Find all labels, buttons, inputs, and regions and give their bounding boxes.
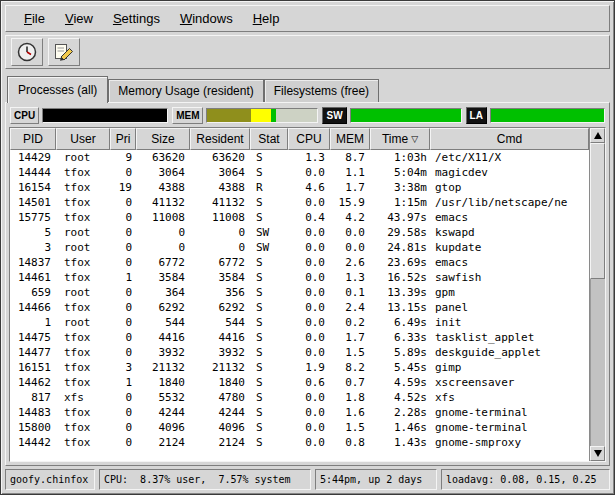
arrow-down-icon	[594, 450, 602, 457]
menu-mnemonic: H	[253, 11, 262, 26]
cell-size: 11008	[136, 210, 190, 225]
cell-pid: 14429	[10, 150, 56, 165]
column-header-cpu[interactable]: CPU	[288, 128, 330, 150]
column-header-user[interactable]: User	[56, 128, 110, 150]
scroll-down-button[interactable]	[590, 446, 605, 461]
meter-segment	[207, 109, 251, 122]
cell-pri: 0	[110, 435, 136, 450]
menu-item-file[interactable]: File	[14, 7, 55, 30]
table-row[interactable]: 14444tfox030643064S0.01.15:04mmagicdev	[10, 165, 589, 180]
column-header-cmd[interactable]: Cmd	[430, 128, 589, 150]
cell-cpu: 0.0	[288, 255, 330, 270]
cell-time: 24.81s	[370, 240, 430, 255]
cell-cmd: gpm	[430, 285, 589, 300]
cell-cpu: 0.0	[288, 165, 330, 180]
cell-cmd: gimp	[430, 360, 589, 375]
menu-item-windows[interactable]: Windows	[170, 7, 243, 30]
cell-mem: 1.3	[330, 270, 370, 285]
cell-resident: 6772	[190, 255, 250, 270]
cell-pid: 14475	[10, 330, 56, 345]
cell-size: 0	[136, 240, 190, 255]
table-row[interactable]: 14483tfox042444244S0.01.62.28sgnome-term…	[10, 405, 589, 420]
table-row[interactable]: 14442tfox021242124S0.00.81.43sgnome-smpr…	[10, 435, 589, 450]
menu-mnemonic: W	[180, 11, 192, 26]
table-row[interactable]: 14477tfox039323932S0.01.55.89sdeskguide_…	[10, 345, 589, 360]
column-header-time[interactable]: Time▽	[370, 128, 430, 150]
cell-resident: 4388	[190, 180, 250, 195]
cell-time: 1:15m	[370, 195, 430, 210]
scrollbar-thumb[interactable]	[590, 143, 605, 279]
table-row[interactable]: 15775tfox01100811008S0.44.243.97semacs	[10, 210, 589, 225]
table-row[interactable]: 16151tfox32113221132S1.98.25.45sgimp	[10, 360, 589, 375]
column-header-label: PID	[23, 132, 43, 146]
cell-size: 4388	[136, 180, 190, 195]
tab-memory-usage-resident[interactable]: Memory Usage (resident)	[108, 79, 263, 102]
cell-pri: 0	[110, 315, 136, 330]
toolbar	[5, 35, 610, 69]
table-row[interactable]: 5root000SW0.00.029.58skswapd	[10, 225, 589, 240]
gtop-window: FileViewSettingsWindowsHelp Processes (a…	[0, 0, 615, 495]
cell-size: 4096	[136, 420, 190, 435]
cell-user: tfox	[56, 435, 110, 450]
table-row[interactable]: 3root000SW0.00.024.81skupdate	[10, 240, 589, 255]
cell-user: tfox	[56, 405, 110, 420]
scroll-up-button[interactable]	[590, 128, 605, 143]
table-row[interactable]: 14501tfox04113241132S0.015.91:15m/usr/li…	[10, 195, 589, 210]
column-header-size[interactable]: Size	[136, 128, 190, 150]
arrow-up-icon	[594, 132, 602, 139]
tab-filesystems-free[interactable]: Filesystems (free)	[264, 79, 379, 102]
cell-time: 6.33s	[370, 330, 430, 345]
cell-resident: 0	[190, 225, 250, 240]
cell-stat: SW	[250, 240, 288, 255]
menu-item-view[interactable]: View	[55, 7, 103, 30]
table-row[interactable]: 14461tfox135843584S0.01.316.52ssawfish	[10, 270, 589, 285]
cell-mem: 1.8	[330, 390, 370, 405]
table-row[interactable]: 14462tfox118401840S0.60.74.59sxscreensav…	[10, 375, 589, 390]
scrollbar-track[interactable]	[590, 143, 605, 446]
menu-item-settings[interactable]: Settings	[103, 7, 170, 30]
cell-mem: 0.1	[330, 285, 370, 300]
cell-pri: 0	[110, 300, 136, 315]
cell-stat: S	[250, 285, 288, 300]
column-header-pid[interactable]: PID	[10, 128, 56, 150]
table-row[interactable]: 16154tfox1943884388R4.61.73:38mgtop	[10, 180, 589, 195]
cell-user: root	[56, 150, 110, 165]
cell-cpu: 0.0	[288, 435, 330, 450]
table-row[interactable]: 14466tfox062926292S0.02.413.15spanel	[10, 300, 589, 315]
meter-segment	[276, 109, 318, 122]
column-header-stat[interactable]: Stat	[250, 128, 288, 150]
table-row[interactable]: 15800tfox040964096S0.01.51.46sgnome-term…	[10, 420, 589, 435]
cell-pid: 1	[10, 315, 56, 330]
cell-cmd: xscreensaver	[430, 375, 589, 390]
cell-stat: S	[250, 195, 288, 210]
cell-pri: 0	[110, 210, 136, 225]
table-row[interactable]: 817xfs055324780S0.01.84.52sxfs	[10, 390, 589, 405]
table-row[interactable]: 1root0544544S0.00.26.49sinit	[10, 315, 589, 330]
cell-cmd: gtop	[430, 180, 589, 195]
cell-user: tfox	[56, 165, 110, 180]
tab-processes-all[interactable]: Processes (all)	[7, 76, 108, 103]
table-row[interactable]: 659root0364356S0.00.113.39sgpm	[10, 285, 589, 300]
column-header-mem[interactable]: MEM	[330, 128, 370, 150]
column-header-resident[interactable]: Resident	[190, 128, 250, 150]
cell-resident: 544	[190, 315, 250, 330]
clock-toolbar-button[interactable]	[11, 38, 43, 66]
cell-size: 364	[136, 285, 190, 300]
cell-resident: 63620	[190, 150, 250, 165]
meter-segment	[251, 109, 271, 122]
cell-cmd: sawfish	[430, 270, 589, 285]
vertical-scrollbar[interactable]	[589, 128, 605, 461]
edit-toolbar-button[interactable]	[48, 38, 80, 66]
table-row[interactable]: 14837tfox067726772S0.02.623.69semacs	[10, 255, 589, 270]
menu-item-help[interactable]: Help	[243, 7, 290, 30]
cell-user: tfox	[56, 360, 110, 375]
cell-pid: 15800	[10, 420, 56, 435]
cell-pid: 16151	[10, 360, 56, 375]
cell-cmd: gnome-terminal	[430, 405, 589, 420]
table-row[interactable]: 14475tfox044164416S0.01.76.33stasklist_a…	[10, 330, 589, 345]
cell-resident: 4416	[190, 330, 250, 345]
table-row[interactable]: 14429root96362063620S1.38.71:03h/etc/X11…	[10, 150, 589, 165]
clock-icon	[16, 41, 38, 63]
cell-mem: 1.5	[330, 345, 370, 360]
column-header-pri[interactable]: Pri	[110, 128, 136, 150]
